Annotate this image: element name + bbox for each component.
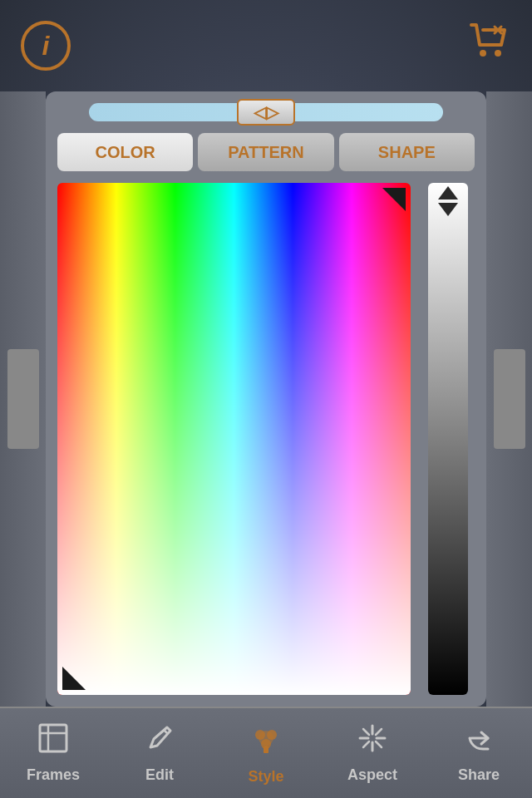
svg-line-18 xyxy=(376,729,382,735)
info-icon: i xyxy=(42,31,50,62)
style-icon xyxy=(249,721,283,763)
slider-arrows-icon: ◁▷ xyxy=(254,102,278,122)
color-picker-container xyxy=(57,183,475,695)
svg-rect-2 xyxy=(40,725,66,751)
svg-line-16 xyxy=(363,729,369,735)
slider-container: ◁▷ xyxy=(57,103,475,121)
nav-style-label: Style xyxy=(248,768,283,786)
brightness-handle-top xyxy=(438,186,458,200)
svg-line-17 xyxy=(376,741,382,747)
right-side-panel xyxy=(486,91,532,707)
nav-item-share[interactable]: Share xyxy=(437,716,520,791)
svg-line-19 xyxy=(363,741,369,747)
main-panel: ◁▷ COLOR PATTERN SHAPE xyxy=(46,91,486,707)
share-icon xyxy=(463,722,495,761)
nav-edit-label: Edit xyxy=(145,766,174,784)
top-right-corner-marker xyxy=(382,188,406,211)
edit-icon xyxy=(144,722,175,761)
frames-icon xyxy=(37,722,69,761)
brightness-slider[interactable] xyxy=(421,183,475,695)
tab-color[interactable]: COLOR xyxy=(57,133,193,171)
svg-point-1 xyxy=(495,50,501,57)
nav-share-label: Share xyxy=(458,766,500,784)
tab-pattern-label: PATTERN xyxy=(228,143,303,162)
brightness-track[interactable] xyxy=(428,183,468,695)
svg-point-0 xyxy=(480,50,486,57)
nav-item-frames[interactable]: Frames xyxy=(12,716,95,791)
tab-pattern[interactable]: PATTERN xyxy=(198,133,333,171)
nav-item-aspect[interactable]: Aspect xyxy=(331,716,414,791)
nav-frames-label: Frames xyxy=(27,766,80,784)
slider-handle[interactable]: ◁▷ xyxy=(237,99,295,126)
bottom-left-corner-marker xyxy=(62,667,86,690)
aspect-icon xyxy=(357,722,388,761)
svg-line-5 xyxy=(164,730,168,734)
tabs-container: COLOR PATTERN SHAPE xyxy=(57,133,475,171)
right-notch xyxy=(494,349,525,449)
tab-shape[interactable]: SHAPE xyxy=(339,133,475,171)
color-gradient-picker[interactable] xyxy=(57,183,411,695)
bottom-nav: Frames Edit Style xyxy=(0,707,532,798)
tab-shape-label: SHAPE xyxy=(378,143,436,162)
brightness-handle-bottom xyxy=(438,203,458,216)
left-side-panel xyxy=(0,91,46,707)
nav-item-style[interactable]: Style xyxy=(224,714,308,792)
svg-rect-11 xyxy=(264,748,268,753)
left-notch xyxy=(7,349,39,449)
svg-point-7 xyxy=(255,730,265,740)
info-button[interactable]: i xyxy=(21,21,71,71)
nav-aspect-label: Aspect xyxy=(347,766,397,784)
cart-button[interactable] xyxy=(465,18,511,74)
slider-track[interactable]: ◁▷ xyxy=(89,103,444,121)
gradient-canvas xyxy=(57,183,411,695)
nav-item-edit[interactable]: Edit xyxy=(118,716,201,791)
svg-point-8 xyxy=(267,730,277,740)
top-bar: i xyxy=(0,0,532,91)
tab-color-label: COLOR xyxy=(96,143,155,162)
